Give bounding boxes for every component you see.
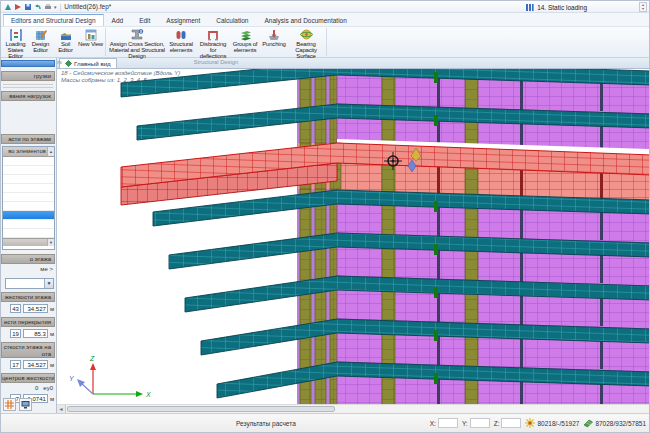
loading-case-selector[interactable]: 14. Static loading xyxy=(525,1,587,13)
scroll-up-icon[interactable]: ▲ xyxy=(47,147,54,156)
elements-list-rows xyxy=(3,157,54,238)
ribbon-body: Loading States Editor Design Editor Soil… xyxy=(1,27,649,58)
list-item[interactable] xyxy=(3,184,54,193)
tab-editors-and-structural-design[interactable]: Editors and Structural Design xyxy=(3,14,104,26)
coord-y-field[interactable] xyxy=(470,418,490,428)
slab-field-b[interactable]: 85.3 xyxy=(23,329,48,338)
elements-counter: 87028/932/57851 xyxy=(583,418,646,428)
list-item[interactable] xyxy=(3,175,54,184)
open-file-icon[interactable] xyxy=(14,3,22,11)
punching-icon xyxy=(268,28,280,41)
design-editor-icon xyxy=(35,28,47,41)
group-label-structural-design: Structural Design xyxy=(108,59,324,66)
elements-icon xyxy=(583,418,593,428)
panel-section-loads[interactable]: грузки xyxy=(1,71,55,81)
tab-assignment[interactable]: Assignment xyxy=(158,14,208,26)
axis-z-label: Z xyxy=(89,355,95,362)
statusbar: Результаты расчета X: Y: Z: 80218/-/5192… xyxy=(1,413,649,432)
chevron-down-icon[interactable]: ▼ xyxy=(44,279,53,288)
new-file-icon[interactable] xyxy=(4,3,12,11)
grid-view-button[interactable] xyxy=(3,398,16,411)
status-message: Результаты расчета xyxy=(236,420,296,427)
list-item[interactable] xyxy=(3,157,54,166)
slab-field-a[interactable]: 19 xyxy=(10,329,21,338)
coord-y: Y: xyxy=(462,418,490,428)
left-panel: грузки вания нагрузок асти по этажам во … xyxy=(1,58,57,413)
bearing-capacity-icon xyxy=(300,28,313,41)
panel-divider xyxy=(3,84,53,85)
panel-divider xyxy=(3,87,53,88)
design-editor-button[interactable]: Design Editor xyxy=(28,28,53,53)
save-icon[interactable] xyxy=(24,3,32,11)
coord-z: Z: xyxy=(494,418,522,428)
quick-access-toolbar: ▾ xyxy=(1,3,57,11)
unit-label: м xyxy=(50,396,54,402)
stiffness-field-a[interactable]: 43 xyxy=(10,304,21,313)
structural-elements-button[interactable]: Structural elements xyxy=(166,28,196,53)
soil-editor-button[interactable]: Soil Editor xyxy=(53,28,78,53)
coord-z-field[interactable] xyxy=(501,418,521,428)
row-slab: 19 85.3 м xyxy=(10,329,54,338)
axis-y-label: Y xyxy=(69,375,75,382)
storey-combobox[interactable]: ▼ xyxy=(5,278,54,289)
fem-model-canvas[interactable]: Z X Y xyxy=(57,69,649,404)
panel-section-load-combinations[interactable]: вания нагрузок xyxy=(1,91,55,101)
new-view-icon xyxy=(85,28,97,41)
unit-label: м xyxy=(50,362,54,368)
assign-cross-section-button[interactable]: Assign Cross Section, Material and Struc… xyxy=(108,28,166,59)
horizontal-scrollbar[interactable]: ◄ xyxy=(57,404,649,413)
loading-bars-icon xyxy=(525,3,534,12)
bearing-capacity-surface-button[interactable]: Bearing Capacity Surface xyxy=(288,28,324,59)
panel-section-selected[interactable] xyxy=(1,60,55,67)
qat-dropdown-icon[interactable]: ▾ xyxy=(54,4,57,10)
row-stiffness: 43 34.527 м xyxy=(10,304,54,313)
model-view-button[interactable] xyxy=(19,398,32,411)
groups-of-elements-button[interactable]: Groups of elements xyxy=(230,28,260,53)
scheme-link[interactable]: ме > xyxy=(40,266,53,272)
tab-analysis-and-documentation[interactable]: Analysis and Documentation xyxy=(256,14,354,26)
model-viewport[interactable]: 18 - Сейсмическое воздействие (Вдоль Y) … xyxy=(57,69,649,404)
loading-case-spinner[interactable]: ▴▾ xyxy=(639,2,647,12)
undo-icon[interactable] xyxy=(34,3,42,11)
unit-label: м xyxy=(50,331,54,337)
elements-list-footer: ▼ xyxy=(3,238,54,246)
tab-edit[interactable]: Edit xyxy=(131,14,158,26)
nodes-icon xyxy=(525,418,535,428)
tab-calculation[interactable]: Calculation xyxy=(208,14,256,26)
scrollbar-thumb[interactable] xyxy=(67,406,335,412)
list-item[interactable] xyxy=(3,202,54,211)
new-view-button[interactable]: New View xyxy=(78,28,103,47)
ribbon-group-structural-design: Assign Cross Section, Material and Struc… xyxy=(106,27,326,57)
titlebar-separator: | xyxy=(60,3,62,10)
tab-add[interactable]: Add xyxy=(104,14,132,26)
storey-on-field-b[interactable]: 34.527 xyxy=(23,360,48,369)
unit-label: м xyxy=(50,306,54,312)
list-item[interactable] xyxy=(3,193,54,202)
list-item[interactable] xyxy=(3,211,54,220)
elements-list-header[interactable]: во элементов ▲ xyxy=(3,147,54,157)
coord-x-field[interactable] xyxy=(438,418,458,428)
hdr-storey-on: сткости этажа наота xyxy=(1,342,55,358)
punching-button[interactable]: Punching xyxy=(260,28,288,47)
scroll-down-icon[interactable]: ▼ xyxy=(47,239,54,246)
list-item[interactable] xyxy=(3,229,54,238)
nodes-counter: 80218/-/51927 xyxy=(525,418,579,428)
storey-on-field-a[interactable]: 17 xyxy=(10,360,21,369)
titlebar: ▾ | Untitled(26).fep* 14. Static loading… xyxy=(1,1,649,13)
assign-cross-section-icon xyxy=(130,28,144,41)
center-labels: 0 ey0 xyxy=(35,385,53,391)
scroll-left-icon[interactable]: ◄ xyxy=(57,405,66,413)
axes-triad: Z X Y xyxy=(69,355,151,398)
loading-states-editor-button[interactable]: Loading States Editor xyxy=(3,28,28,59)
ribbon-divider xyxy=(326,28,327,56)
panel-section-storeys[interactable]: асти по этажам xyxy=(1,134,55,144)
list-item[interactable] xyxy=(3,220,54,229)
elements-list: во элементов ▲ ▼ xyxy=(2,146,55,250)
stiffness-field-b[interactable]: 34.527 xyxy=(23,304,48,313)
hdr-stiffness-centers: центров жесткости xyxy=(1,373,55,383)
building-model[interactable] xyxy=(121,69,649,404)
disbracing-for-deflections-button[interactable]: Disbracing for deflections xyxy=(196,28,230,59)
panel-bar-storey[interactable]: о этажа xyxy=(1,254,55,264)
list-item[interactable] xyxy=(3,166,54,175)
print-icon[interactable] xyxy=(44,3,52,11)
